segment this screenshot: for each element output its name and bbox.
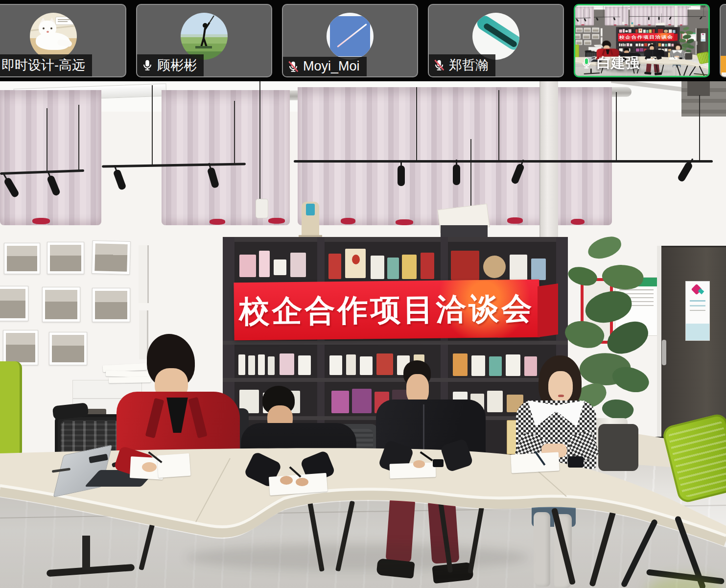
- participant-name: 即时设计-高远: [1, 56, 85, 74]
- participant-name: 顾彬彬: [157, 56, 197, 74]
- name-chip: Moyi_Moi: [283, 57, 367, 76]
- person-1-notebook: [157, 453, 190, 478]
- mic-on-icon: [141, 59, 154, 71]
- meeting-room-scene: 校企合作项目洽谈会: [0, 81, 726, 588]
- person-4-phone: [568, 456, 584, 468]
- conference-table: [0, 81, 726, 588]
- name-chip: 即时设计-高远: [0, 54, 92, 76]
- teal-brush-avatar: [472, 13, 519, 60]
- blue-needle-avatar: [327, 13, 374, 60]
- participant-tile-5-active-speaker[interactable]: 校企合作项目洽谈会: [574, 4, 710, 77]
- participant-tile-1[interactable]: 刂中 即时设计-高远: [0, 4, 126, 77]
- cat-avatar: [30, 13, 77, 60]
- mic-muted-icon: [287, 60, 300, 73]
- person-1-hand: [142, 462, 157, 472]
- name-overlay: 白建强: [580, 53, 639, 73]
- person-3-paper: [390, 462, 436, 478]
- name-chip: 顾彬彬: [137, 54, 204, 76]
- meeting-window: 校企合作项目洽谈会: [0, 0, 726, 588]
- participant-tile-4[interactable]: 郑哲瀚: [428, 4, 564, 77]
- participant-tile-3[interactable]: Moyi_Moi: [282, 4, 418, 77]
- mic-muted-icon: [433, 59, 445, 71]
- participant-filmstrip: 刂中 即时设计-高远: [0, 0, 726, 81]
- name-chip: 郑哲瀚: [429, 54, 495, 76]
- person-2-hand: [280, 476, 293, 485]
- orange-avatar-partial: [721, 56, 726, 77]
- person-2-hand: [296, 478, 308, 486]
- main-stage-video[interactable]: 校企合作项目洽谈会: [0, 81, 726, 588]
- participant-name: 郑哲瀚: [449, 56, 489, 74]
- mic-speaking-icon: [580, 57, 593, 70]
- participant-name: 白建强: [597, 53, 639, 73]
- person-3-phone: [433, 459, 444, 467]
- floor-shadow: [186, 544, 529, 571]
- participant-name: Moyi_Moi: [303, 59, 360, 74]
- participant-tile-6-partial[interactable]: [720, 4, 726, 77]
- person-3-hand: [413, 460, 425, 468]
- participant-tile-2[interactable]: 顾彬彬: [136, 4, 272, 77]
- golfer-avatar: [181, 13, 228, 60]
- person-4-paper: [511, 452, 560, 473]
